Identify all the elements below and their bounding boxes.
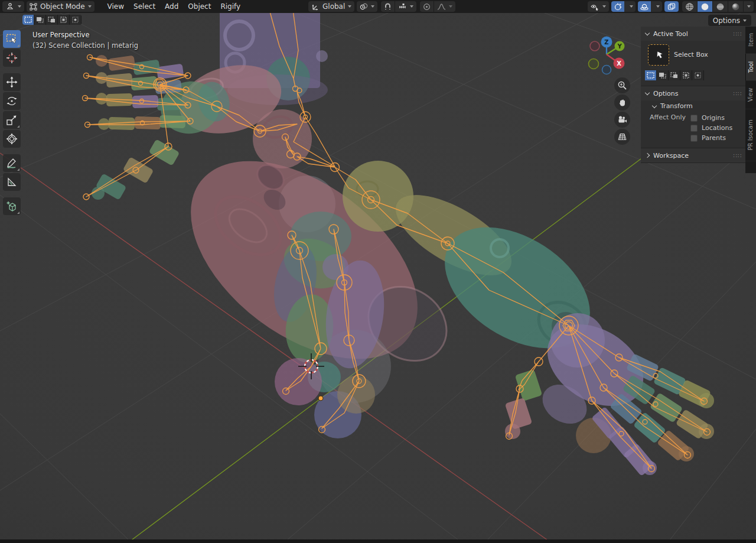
tool-select-box[interactable] bbox=[3, 30, 21, 48]
tool-scale[interactable] bbox=[3, 111, 21, 129]
viewport-options-button[interactable]: Options bbox=[708, 15, 751, 26]
mode-dropdown[interactable]: Object Mode bbox=[27, 1, 94, 12]
shading-material-button[interactable] bbox=[713, 1, 728, 12]
navigation-gizmo[interactable]: Z Y X bbox=[580, 28, 634, 82]
active-tool-icon-button[interactable] bbox=[648, 44, 669, 66]
mode-label: Object Mode bbox=[40, 2, 85, 11]
panel-select-mode-set[interactable] bbox=[645, 70, 657, 80]
affect-parents-row: Parents bbox=[690, 133, 732, 143]
move-icon bbox=[6, 76, 18, 88]
menu-object[interactable]: Object bbox=[183, 1, 216, 12]
shading-solid-button[interactable] bbox=[698, 1, 713, 12]
panel-select-mode-extend[interactable] bbox=[657, 70, 669, 80]
workspace-panel-header[interactable]: Workspace ∷∷ bbox=[641, 148, 745, 162]
gizmo-dropdown[interactable] bbox=[624, 1, 636, 12]
sidebar-panel-region: Active Tool ∷∷ Select Box bbox=[641, 27, 745, 163]
select-mode-invert[interactable] bbox=[58, 15, 70, 25]
chevron-down-icon bbox=[348, 5, 351, 8]
magnet-icon bbox=[384, 3, 392, 11]
tab-view[interactable]: View bbox=[745, 81, 756, 109]
options-panel-header[interactable]: Options ∷∷ bbox=[641, 86, 745, 100]
falloff-curve-icon bbox=[437, 3, 446, 11]
overlays-dropdown[interactable] bbox=[651, 1, 662, 12]
shading-rendered-icon bbox=[731, 2, 740, 11]
tool-expand-indicator bbox=[17, 125, 19, 128]
panel-drag-handle[interactable]: ∷∷ bbox=[733, 31, 742, 37]
camera-icon bbox=[617, 115, 627, 124]
panel-select-mode-invert[interactable] bbox=[680, 70, 692, 80]
chevron-down-icon bbox=[18, 5, 21, 8]
gizmo-y-label: Y bbox=[617, 43, 622, 50]
active-tool-panel-header[interactable]: Active Tool ∷∷ bbox=[641, 27, 745, 41]
3d-viewport-editor-icon bbox=[5, 2, 15, 11]
editor-type-button[interactable] bbox=[2, 1, 24, 12]
shading-mode-group bbox=[682, 1, 754, 12]
locations-checkbox[interactable] bbox=[690, 125, 698, 132]
origins-checkbox[interactable] bbox=[690, 115, 698, 122]
panel-drag-handle[interactable]: ∷∷ bbox=[733, 90, 742, 97]
tool-cursor[interactable] bbox=[3, 49, 21, 67]
gizmo-axis-neg-x[interactable] bbox=[590, 41, 599, 51]
object-mode-icon bbox=[30, 3, 37, 11]
snap-toggle-button[interactable] bbox=[381, 1, 395, 12]
tool-annotate[interactable] bbox=[3, 154, 21, 172]
shading-material-icon bbox=[716, 2, 725, 11]
object-types-visibility-dropdown[interactable] bbox=[588, 1, 609, 12]
chevron-down-icon bbox=[645, 90, 650, 95]
shading-wireframe-icon bbox=[685, 2, 694, 11]
tab-item[interactable]: Item bbox=[745, 27, 756, 54]
affect-locations-row: Locations bbox=[690, 123, 732, 133]
menu-rigify[interactable]: Rigify bbox=[216, 1, 245, 12]
workspace-panel-title: Workspace bbox=[653, 152, 689, 160]
show-gizmo-toggle[interactable] bbox=[611, 1, 624, 12]
gizmo-axis-neg-y[interactable] bbox=[589, 59, 599, 69]
proportional-falloff-dropdown[interactable] bbox=[434, 1, 455, 12]
menu-view[interactable]: View bbox=[103, 1, 129, 12]
pivot-point-dropdown[interactable] bbox=[357, 1, 377, 12]
proportional-editing-toggle[interactable] bbox=[420, 1, 434, 12]
menu-select[interactable]: Select bbox=[129, 1, 160, 12]
options-label: Options bbox=[713, 17, 740, 25]
camera-view-button[interactable] bbox=[614, 112, 630, 128]
tool-rotate[interactable] bbox=[3, 92, 21, 110]
chevron-down-icon bbox=[747, 5, 751, 8]
toggle-orthographic-button[interactable] bbox=[614, 129, 630, 145]
affect-origins-row: Origins bbox=[690, 113, 732, 123]
parents-checkbox[interactable] bbox=[690, 135, 698, 142]
show-overlays-toggle[interactable] bbox=[638, 1, 651, 12]
pan-view-button[interactable] bbox=[614, 95, 630, 110]
tool-add-cube[interactable] bbox=[3, 197, 21, 215]
chevron-down-icon bbox=[656, 5, 660, 8]
shading-wireframe-button[interactable] bbox=[682, 1, 698, 12]
tab-tool[interactable]: Tool bbox=[745, 54, 756, 81]
zoom-button[interactable] bbox=[614, 77, 630, 93]
shading-dropdown[interactable] bbox=[744, 1, 754, 12]
select-mode-set[interactable] bbox=[22, 15, 34, 25]
tool-move[interactable] bbox=[3, 73, 21, 91]
add-cube-icon bbox=[6, 200, 18, 212]
shading-rendered-button[interactable] bbox=[728, 1, 744, 12]
select-mode-extend[interactable] bbox=[34, 15, 46, 25]
panel-select-mode-subtract[interactable] bbox=[669, 70, 680, 80]
select-mode-subtract[interactable] bbox=[46, 15, 58, 25]
menu-add[interactable]: Add bbox=[160, 1, 183, 12]
transform-orientation-dropdown[interactable]: Global bbox=[308, 1, 354, 12]
transform-icon bbox=[6, 133, 18, 145]
zoom-icon bbox=[617, 80, 627, 90]
tab-pr-isocam[interactable]: PR Isocam bbox=[745, 109, 756, 161]
gizmo-axis-neg-z[interactable] bbox=[602, 66, 611, 74]
transform-subpanel-header[interactable]: Transform bbox=[641, 100, 745, 112]
chevron-down-icon bbox=[449, 5, 452, 8]
tool-transform[interactable] bbox=[3, 130, 21, 148]
perspective-grid-icon bbox=[617, 132, 627, 141]
scene-collection-label: (32) Scene Collection | metarig bbox=[32, 41, 138, 50]
select-mode-intersect[interactable] bbox=[70, 15, 82, 25]
toggle-xray-button[interactable] bbox=[664, 1, 679, 12]
panel-drag-handle[interactable]: ∷∷ bbox=[733, 152, 742, 159]
tool-measure[interactable] bbox=[3, 173, 21, 191]
pivot-point-icon bbox=[360, 3, 368, 11]
snap-with-dropdown[interactable] bbox=[395, 1, 416, 12]
parents-label: Parents bbox=[702, 134, 726, 142]
panel-select-mode-intersect[interactable] bbox=[692, 70, 704, 80]
tool-expand-indicator bbox=[17, 168, 19, 171]
